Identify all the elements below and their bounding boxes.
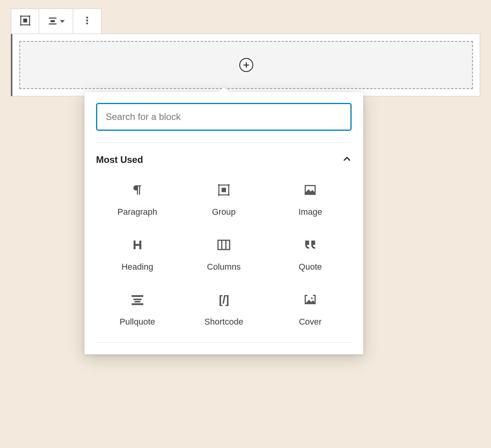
block-inserter-popover: Most Used Paragraph — [84, 92, 363, 354]
divider — [96, 342, 352, 343]
block-item-paragraph[interactable]: Paragraph — [96, 183, 179, 217]
paragraph-icon — [130, 183, 144, 197]
block-label: Pullquote — [120, 317, 155, 327]
block-label: Cover — [299, 317, 322, 327]
block-item-group[interactable]: Group — [182, 183, 265, 217]
block-label: Image — [299, 207, 322, 217]
svg-rect-1 — [23, 19, 27, 22]
svg-rect-32 — [306, 303, 316, 304]
shortcode-icon: [/] — [217, 293, 231, 307]
svg-point-10 — [86, 20, 88, 22]
block-item-pullquote[interactable]: Pullquote — [96, 293, 179, 327]
svg-rect-30 — [134, 301, 140, 303]
section-title: Most Used — [96, 154, 143, 165]
image-icon — [303, 183, 317, 197]
align-icon — [48, 15, 58, 27]
svg-point-19 — [228, 194, 230, 196]
block-label: Quote — [299, 262, 322, 272]
quote-icon — [303, 238, 317, 252]
pullquote-icon — [130, 293, 144, 307]
block-item-shortcode[interactable]: [/] Shortcode — [182, 293, 265, 327]
group-icon — [217, 183, 231, 197]
block-grid: Paragraph Group Image — [96, 174, 352, 342]
svg-rect-7 — [50, 20, 55, 22]
block-item-image[interactable]: Image — [269, 183, 352, 217]
block-appender[interactable] — [19, 41, 473, 89]
columns-icon — [217, 238, 231, 252]
svg-rect-25 — [218, 240, 230, 250]
svg-rect-31 — [132, 303, 143, 305]
svg-rect-21 — [306, 193, 316, 194]
plus-icon — [239, 58, 253, 72]
block-label: Group — [212, 207, 235, 217]
search-input[interactable] — [96, 103, 352, 131]
block-type-button[interactable] — [11, 9, 39, 34]
svg-point-33 — [311, 298, 312, 299]
svg-point-5 — [29, 24, 30, 26]
block-label: Paragraph — [117, 207, 157, 217]
block-toolbar — [11, 9, 101, 34]
block-item-cover[interactable]: Cover — [269, 293, 352, 327]
svg-point-2 — [20, 15, 21, 17]
block-item-columns[interactable]: Columns — [182, 238, 265, 272]
block-label: Heading — [122, 262, 153, 272]
svg-point-16 — [218, 184, 220, 186]
more-icon — [82, 15, 92, 27]
svg-rect-28 — [132, 295, 143, 297]
block-label: Shortcode — [204, 317, 243, 327]
svg-rect-6 — [49, 17, 57, 19]
block-label: Columns — [207, 262, 241, 272]
svg-rect-15 — [221, 188, 226, 192]
group-block — [11, 34, 480, 96]
svg-rect-24 — [134, 244, 141, 246]
svg-point-11 — [86, 22, 88, 24]
svg-point-18 — [218, 194, 220, 196]
cover-icon — [303, 293, 317, 307]
svg-rect-29 — [133, 299, 141, 300]
heading-icon — [130, 238, 144, 252]
alignment-button[interactable] — [39, 9, 73, 34]
block-item-heading[interactable]: Heading — [96, 238, 179, 272]
group-icon — [19, 15, 31, 28]
svg-point-9 — [86, 17, 88, 19]
block-item-quote[interactable]: Quote — [269, 238, 352, 272]
svg-rect-8 — [49, 24, 57, 25]
svg-point-17 — [228, 184, 230, 186]
svg-point-4 — [20, 24, 21, 26]
chevron-down-icon — [60, 20, 65, 23]
most-used-section-header[interactable]: Most Used — [96, 143, 352, 174]
more-options-button[interactable] — [73, 9, 101, 34]
chevron-up-icon — [342, 154, 352, 165]
svg-point-3 — [29, 15, 30, 17]
